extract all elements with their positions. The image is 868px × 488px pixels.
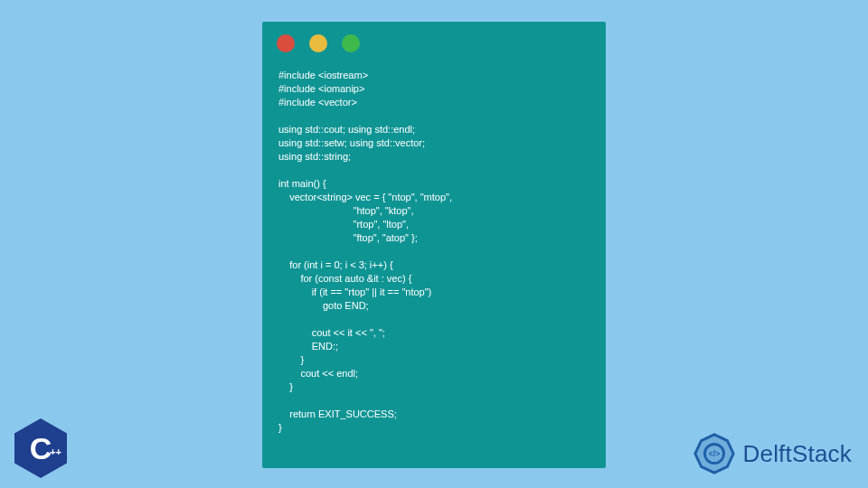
minimize-icon[interactable]: [309, 34, 327, 52]
cpp-plusplus: ++: [50, 446, 61, 457]
close-icon[interactable]: [277, 34, 295, 52]
svg-text:</>: </>: [708, 449, 719, 458]
cpp-letter: C: [30, 433, 52, 464]
code-block: #include <iostream> #include <iomanip> #…: [262, 58, 606, 446]
code-terminal: #include <iostream> #include <iomanip> #…: [262, 22, 606, 468]
brand-name: DelftStack: [743, 440, 853, 468]
gear-icon: </>: [693, 432, 736, 475]
cpp-logo: C ++: [13, 418, 69, 479]
cpp-hexagon-icon: C ++: [14, 418, 67, 478]
window-controls: [262, 22, 606, 58]
maximize-icon[interactable]: [342, 34, 360, 52]
brand-logo: </> DelftStack: [693, 432, 853, 475]
